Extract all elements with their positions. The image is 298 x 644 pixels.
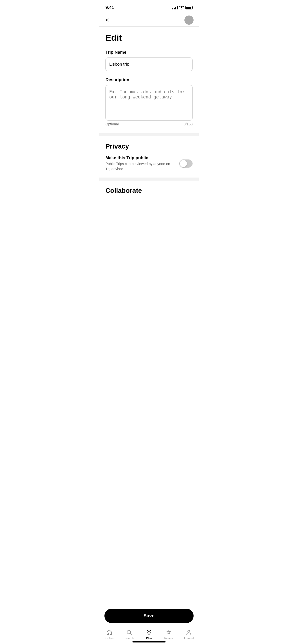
description-input[interactable] (105, 85, 193, 121)
privacy-text: Make this Trip public Public Trips can b… (105, 155, 175, 171)
status-icons (172, 6, 193, 9)
page-title: Edit (105, 33, 193, 43)
trip-name-input[interactable] (105, 57, 193, 71)
privacy-toggle-label: Make this Trip public (105, 155, 175, 160)
description-label: Description (105, 77, 193, 82)
collaborate-section: Collaborate (99, 181, 199, 235)
status-bar: 9:41 (99, 0, 199, 14)
description-count: 0/160 (184, 122, 193, 126)
main-content: Edit Trip Name Description Optional 0/16… (99, 27, 199, 136)
privacy-toggle-desc: Public Trips can be viewed by anyone on … (105, 162, 175, 171)
textarea-meta: Optional 0/160 (105, 122, 193, 126)
wifi-icon (179, 6, 184, 9)
battery-icon (185, 6, 193, 9)
description-hint: Optional (105, 122, 119, 126)
status-time: 9:41 (105, 5, 114, 10)
privacy-title: Privacy (105, 142, 193, 150)
back-button[interactable]: < (104, 16, 110, 24)
toggle-knob (180, 160, 187, 167)
section-separator-1 (99, 133, 199, 136)
avatar[interactable] (184, 16, 194, 25)
section-separator-2 (99, 178, 199, 181)
collaborate-title: Collaborate (105, 187, 193, 195)
privacy-row: Make this Trip public Public Trips can b… (105, 155, 193, 171)
nav-bar: < (99, 14, 199, 26)
privacy-section: Privacy Make this Trip public Public Tri… (99, 136, 199, 181)
signal-icon (172, 6, 178, 9)
public-toggle[interactable] (179, 159, 193, 168)
trip-name-label: Trip Name (105, 50, 193, 55)
